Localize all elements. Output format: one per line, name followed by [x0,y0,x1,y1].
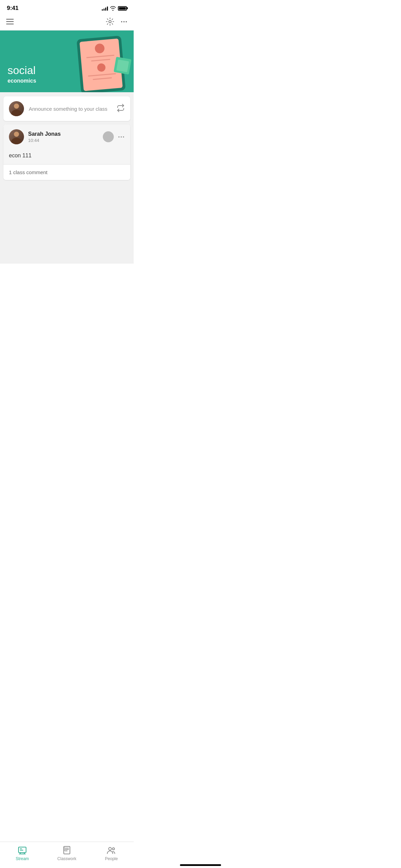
post-header: Sarah Jonas 10:44 ··· [3,124,130,149]
post-author-name: Sarah Jonas [28,131,99,137]
status-icons [102,6,127,11]
status-bar: 9:41 [0,0,134,14]
post-status-indicator [103,131,114,142]
top-nav: ··· [0,14,134,31]
current-user-avatar [9,101,24,116]
wifi-icon [110,6,116,11]
menu-icon[interactable] [6,19,14,24]
signal-icon [102,6,108,11]
banner-text: social economics [8,64,36,84]
repost-icon [117,104,125,114]
class-banner: social economics [0,31,134,92]
post-more-options-icon[interactable]: ··· [118,133,125,141]
comment-count[interactable]: 1 class comment [9,169,48,175]
main-content: Announce something to your class Sarah J… [0,92,134,264]
settings-icon[interactable] [106,17,114,26]
post-author-avatar [9,129,24,144]
banner-decoration-stamp [113,57,131,74]
post-header-actions: ··· [103,131,125,142]
post-body: econ 111 [3,149,130,165]
svg-point-0 [109,21,111,23]
announce-card[interactable]: Announce something to your class [3,96,130,121]
nav-right: ··· [106,17,127,26]
battery-icon [118,6,127,11]
announce-placeholder[interactable]: Announce something to your class [29,106,112,112]
more-options-icon[interactable]: ··· [121,18,127,26]
post-timestamp: 10:44 [28,138,99,143]
banner-subtitle: economics [8,78,36,84]
status-time: 9:41 [7,5,19,12]
post-card: Sarah Jonas 10:44 ··· econ 111 1 class c… [3,124,130,180]
post-footer[interactable]: 1 class comment [3,165,130,180]
post-header-info: Sarah Jonas 10:44 [28,131,99,143]
banner-title: social [8,64,36,76]
post-content: econ 111 [9,153,32,158]
